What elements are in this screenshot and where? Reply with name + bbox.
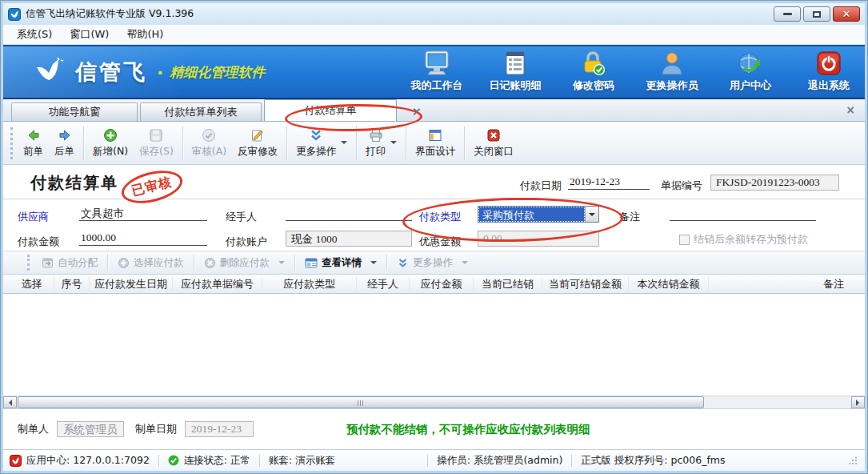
make-date-field[interactable]: 2019-12-23 [185, 421, 254, 437]
brand-dot: · [157, 62, 163, 82]
tab-close-icon[interactable]: × [409, 105, 425, 118]
tab-payment-list[interactable]: 付款结算单列表 [140, 102, 262, 121]
transfer-balance-checkbox[interactable]: 结销后余额转存为预付款 [679, 232, 808, 247]
menu-window[interactable]: 窗口(W) [61, 25, 118, 44]
column-header-payable-type: 应付款类型 [262, 277, 357, 291]
print-button[interactable]: 打印 [360, 126, 402, 161]
view-details-button[interactable]: 查看详情 [299, 254, 382, 272]
close-icon: ✕ [842, 9, 851, 19]
toolbar-separator [83, 127, 84, 160]
banner: 信管飞 · 精细化管理软件 我的工作台 日记账明细 修改密码 更换操作员 [3, 45, 865, 99]
close-button[interactable]: ✕ [833, 6, 860, 22]
journal-button[interactable]: 日记账明细 [487, 50, 543, 93]
select-payable-label: 选择应付款 [134, 256, 184, 270]
payables-grid-body[interactable] [3, 294, 865, 396]
scrollbar-thumb[interactable] [18, 396, 704, 408]
ui-design-button[interactable]: 界面设计 [410, 126, 461, 161]
remark-field[interactable] [670, 206, 816, 221]
column-header-settleable-amount: 当前可结销金额 [542, 277, 629, 291]
form-footer: 制单人 系统管理员 制单日期 2019-12-23 预付款不能结销，不可操作应收… [3, 409, 865, 450]
ui-design-window-icon [428, 128, 442, 143]
app-center-text: 应用中心: 127.0.0.1:7092 [26, 454, 150, 468]
maker-field[interactable]: 系统管理员 [57, 421, 124, 437]
tabstrip-close-icon[interactable]: × [846, 103, 855, 116]
toolbar-separator [182, 127, 183, 160]
save-button[interactable]: 保存(S) [134, 126, 179, 161]
more-actions-button[interactable]: 更多操作 [290, 126, 353, 161]
tab-payment-settlement-label: 付款结算单 [305, 103, 357, 118]
discount-field[interactable]: 0.00 [478, 231, 599, 247]
amount-field[interactable]: 1000.00 [79, 231, 207, 246]
tab-function-nav[interactable]: 功能导航窗 [11, 102, 138, 121]
supplier-field[interactable]: 文具超市 [79, 206, 207, 221]
delete-payable-button[interactable]: 删除应付款 [198, 254, 291, 272]
workbench-label: 我的工作台 [411, 78, 463, 93]
close-window-x-icon [486, 128, 501, 143]
resize-grip-dots-icon [849, 456, 858, 465]
window-title: 信管飞出纳记账软件专业版 V9.1.396 [26, 7, 194, 21]
brand-name: 信管飞 [75, 58, 147, 86]
detail-more-actions-label: 更多操作 [413, 256, 453, 270]
account-set-text: 账套: 演示账套 [269, 454, 335, 468]
brand-logo-icon [30, 54, 67, 90]
menu-help[interactable]: 帮助(H) [118, 25, 172, 44]
toolbar-separator [356, 127, 357, 160]
payables-grid-header: 选择 序号 应付款发生日期 应付款单据编号 应付款类型 经手人 应付金额 当前已… [3, 275, 865, 294]
resize-grip[interactable] [849, 456, 858, 465]
journal-label: 日记账明细 [490, 78, 542, 93]
tab-payment-settlement[interactable]: 付款结算单 [264, 99, 397, 121]
arrow-left-icon [26, 128, 41, 143]
audit-button[interactable]: 审核(A) [186, 126, 232, 161]
app-logo-icon [8, 8, 21, 21]
auto-assign-icon [42, 257, 54, 269]
toolbar-grip[interactable] [10, 127, 14, 159]
prev-record-button[interactable]: 前单 [18, 126, 49, 161]
change-password-button[interactable]: 修改密码 [566, 50, 622, 93]
view-details-label: 查看详情 [322, 256, 362, 270]
prepayment-notice-text: 预付款不能结销，不可操作应收应付款列表明细 [346, 422, 590, 437]
pay-type-combobox[interactable]: 采购预付款 [478, 206, 599, 223]
column-header-payable-doc-no: 应付款单据编号 [173, 277, 262, 291]
unaudit-button[interactable]: 反审修改 [232, 126, 283, 161]
scroll-right-button[interactable] [851, 396, 865, 408]
record-toolbar: 前单 后单 新增(N) 保存(S) 审核(A) 反审修改 更多操作 打印 [3, 122, 865, 165]
column-header-select: 选择 [10, 277, 54, 291]
auto-assign-button[interactable]: 自动分配 [36, 254, 103, 272]
detail-toolbar: 自动分配 选择应付款 删除应付款 查看详情 更多操作 [3, 251, 865, 275]
add-plus-icon [103, 128, 118, 143]
doc-no-field[interactable]: FKJSD-20191223-0003 [710, 175, 839, 191]
workbench-button[interactable]: 我的工作台 [409, 50, 465, 93]
detail-toolbar-grip[interactable] [27, 255, 30, 271]
pay-date-field[interactable]: 2019-12-23 [568, 175, 650, 190]
detail-toolbar-separator [107, 255, 108, 271]
scroll-right-arrow-icon [856, 400, 862, 406]
close-window-button[interactable]: 关闭窗口 [468, 126, 519, 161]
add-button[interactable]: 新增(N) [87, 126, 134, 161]
handler-field[interactable] [286, 206, 412, 221]
detail-more-actions-button[interactable]: 更多操作 [391, 254, 474, 272]
connection-ok-check-icon [168, 455, 179, 466]
horizontal-scrollbar [3, 396, 865, 409]
license-text: 正式版 授权序列号: pc006_fms [581, 454, 725, 468]
printer-icon [369, 128, 383, 143]
select-payable-plus-icon [118, 257, 130, 269]
detail-toolbar-separator [194, 255, 194, 271]
column-header-settled: 当前已结销 [474, 277, 542, 291]
transfer-balance-label: 结销后余额转存为预付款 [694, 232, 808, 247]
minimize-button[interactable] [774, 6, 801, 22]
scroll-left-button[interactable] [3, 396, 17, 408]
select-payable-button[interactable]: 选择应付款 [112, 254, 190, 272]
user-center-button[interactable]: 用户中心 [722, 50, 778, 93]
switch-operator-button[interactable]: 更换操作员 [644, 50, 700, 93]
app-center-logo-icon [10, 455, 22, 467]
next-record-button[interactable]: 后单 [49, 126, 80, 161]
menu-system[interactable]: 系统(S) [8, 25, 61, 44]
pay-type-dropdown-button[interactable] [585, 207, 598, 222]
account-field[interactable]: 现金 1000 [286, 231, 412, 247]
exit-system-button[interactable]: 退出系统 [801, 50, 857, 93]
maximize-button[interactable] [803, 6, 830, 22]
save-disk-icon [149, 128, 163, 143]
brand-slogan: 精细化管理软件 [170, 63, 265, 82]
minimize-icon [783, 13, 792, 15]
dropdown-caret-icon [462, 261, 468, 267]
